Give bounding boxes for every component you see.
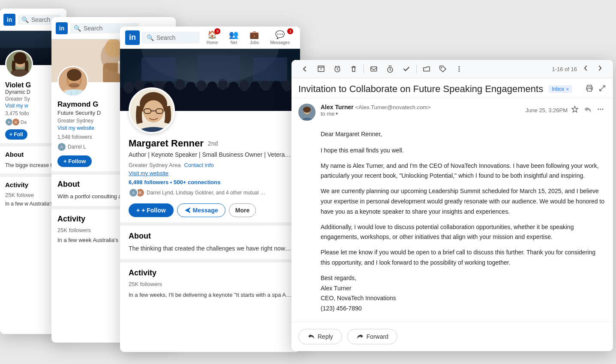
reply-quick-btn[interactable] <box>582 104 593 116</box>
email-salutation: Dear Margaret Renner, <box>321 129 606 140</box>
search-placeholder-3: Search <box>156 34 175 41</box>
star-btn[interactable] <box>569 104 580 116</box>
nav-network[interactable]: 👥 Net <box>224 28 243 47</box>
mark-unread-btn[interactable] <box>367 63 380 75</box>
delete-icon <box>350 65 358 73</box>
svg-point-69 <box>602 109 604 110</box>
profile-location-3: Greater Sydney Area <box>129 162 180 168</box>
profile-website-2[interactable]: Visit my website <box>57 125 94 131</box>
email-date: June 25, 3:26PM <box>526 107 568 113</box>
svg-point-16 <box>67 69 81 81</box>
back-btn[interactable] <box>298 63 311 75</box>
email-actions-bar: Reply Forward <box>291 322 613 351</box>
svg-rect-43 <box>253 57 287 81</box>
print-btn[interactable] <box>586 84 593 94</box>
mutual-connections: A B Darrel Lynd, Lindsay Goldner, and 4 … <box>129 188 291 197</box>
email-sig-name: Alex Turner <box>321 285 352 292</box>
forward-btn[interactable]: Forward <box>347 329 397 344</box>
svg-point-61 <box>459 71 460 72</box>
follow-btn-2[interactable]: + Follow <box>57 155 92 167</box>
to-label: to me <box>321 110 335 117</box>
email-icon <box>370 65 378 73</box>
svg-rect-51 <box>318 67 324 72</box>
forward-label: Forward <box>367 333 388 340</box>
more-vert-icon <box>455 65 463 73</box>
nav-messages[interactable]: 💬 Messages 3 <box>265 28 295 47</box>
about-text-3: The thinking that created the challenges… <box>129 244 291 253</box>
done-btn[interactable] <box>400 63 413 75</box>
chevron-left-icon <box>582 65 589 72</box>
reply-quick-icon <box>584 105 592 113</box>
activity-text-3: In a few weeks, I'll be delivering a key… <box>129 291 291 299</box>
reply-label: Reply <box>318 333 333 340</box>
tag-btn[interactable] <box>436 63 449 75</box>
email-line2: My name is Alex Turner, and and I'm the … <box>321 161 606 182</box>
website-link[interactable]: Visit my website <box>129 170 291 176</box>
svg-point-60 <box>459 69 460 70</box>
email-line5: Please let me know if you would be open … <box>321 248 606 268</box>
sender-avatar <box>298 104 316 121</box>
mutual-name-1: Da <box>21 119 27 125</box>
snooze-btn[interactable] <box>331 63 344 75</box>
dropdown-chevron[interactable]: ▾ <box>336 111 338 116</box>
nav-home[interactable]: 🏠 Home 9 <box>201 28 223 47</box>
tag-icon <box>439 65 447 73</box>
mutual-avatar-1b: B <box>12 118 20 126</box>
contact-info-link[interactable]: Contact info <box>184 162 213 168</box>
followers-count: 6,498 followers <box>129 179 168 185</box>
activity-followers-3: 25K followers <box>129 281 291 287</box>
follow-btn-3[interactable]: + + Follow <box>129 203 174 217</box>
prev-email-btn[interactable] <box>580 64 592 74</box>
email-page-info: 1-16 of 16 <box>552 64 606 74</box>
search-bar-3[interactable]: 🔍 Search <box>141 32 200 44</box>
message-btn-3[interactable]: Message <box>177 203 225 217</box>
mutual-name-2: Darrel L <box>68 144 86 150</box>
check-icon <box>403 65 410 73</box>
reply-btn[interactable]: Reply <box>298 329 342 344</box>
delete-btn[interactable] <box>347 63 360 75</box>
search-placeholder-2: Search <box>84 25 102 32</box>
about-title-3: About <box>129 232 291 241</box>
next-email-btn[interactable] <box>594 64 606 74</box>
email-sig-title: CEO, NovaTech Innovations <box>321 295 396 301</box>
nav-network-label: Net <box>231 40 237 45</box>
mutual-avatar-2a: A <box>57 143 66 151</box>
more-actions-btn[interactable] <box>453 63 466 75</box>
nav-badge-messages: 3 <box>287 28 293 34</box>
svg-line-55 <box>339 66 340 67</box>
search-placeholder-1: Search <box>31 16 50 23</box>
nav-jobs[interactable]: 💼 Jobs <box>244 28 264 47</box>
linkedin-logo-2: in <box>56 22 68 34</box>
email-window: 1-16 of 16 Invitation to Collaborate on … <box>291 60 613 351</box>
follow-btn-1[interactable]: + Foll <box>5 129 27 140</box>
archive-btn[interactable] <box>315 63 328 75</box>
email-more-btn[interactable] <box>595 104 606 116</box>
avatar-1 <box>5 50 33 78</box>
mutual-text: Darrel Lynd, Lindsay Goldner, and 4 othe… <box>147 190 267 196</box>
remind-btn[interactable] <box>384 63 397 75</box>
avatar-2 <box>57 66 88 97</box>
linkedin-logo-3: in <box>125 30 140 45</box>
more-btn-3[interactable]: More <box>229 203 256 217</box>
email-closing: Best regards, Alex Turner CEO, NovaTech … <box>321 273 606 314</box>
inbox-label: Inbox <box>552 86 564 92</box>
toolbar-sep-1 <box>364 65 364 73</box>
svg-point-59 <box>459 66 460 68</box>
inbox-close-btn[interactable]: × <box>566 87 569 92</box>
folder-btn[interactable] <box>420 63 433 75</box>
reply-icon <box>307 333 315 340</box>
svg-point-68 <box>600 109 601 110</box>
archive-icon <box>317 65 325 73</box>
search-icon-2: 🔍 <box>74 25 81 32</box>
search-icon-1: 🔍 <box>21 16 29 23</box>
svg-point-67 <box>598 109 599 110</box>
email-subject: Invitation to Collaborate on Future Spea… <box>298 84 543 95</box>
svg-line-54 <box>335 66 336 67</box>
svg-point-4 <box>14 52 27 64</box>
mutual-avatar-3a: A <box>129 188 138 197</box>
profile-headline-3: Author | Keynote Speaker | Small Busines… <box>129 151 291 159</box>
follow-label-3: + Follow <box>141 207 165 214</box>
plus-icon: + <box>136 207 140 214</box>
expand-icon <box>598 84 606 92</box>
expand-btn[interactable] <box>598 84 606 94</box>
